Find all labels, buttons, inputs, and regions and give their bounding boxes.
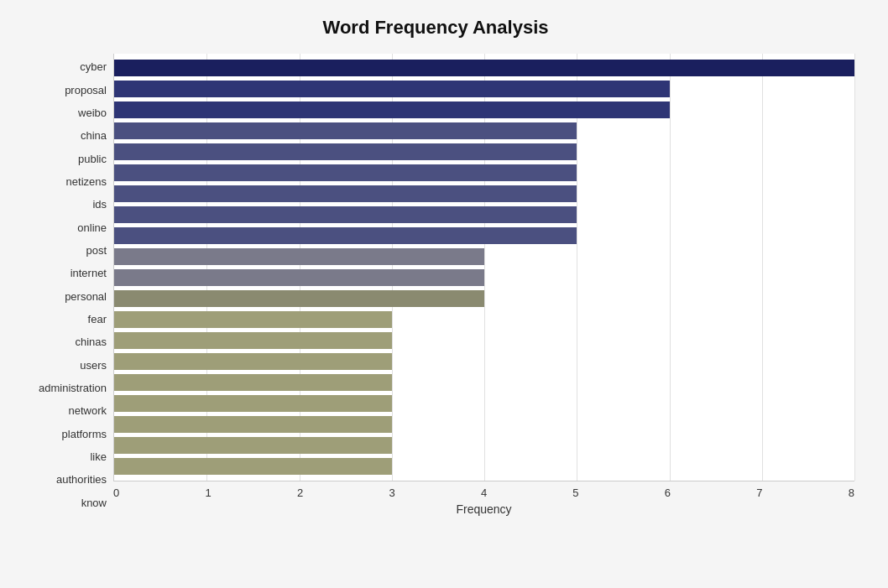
chart-container: Word Frequency Analysis cyberproposalwei… [0, 0, 888, 588]
bar-row [114, 206, 854, 224]
bar-row [114, 373, 854, 392]
bar [114, 458, 392, 475]
y-label: ids [17, 199, 107, 210]
bar [114, 227, 577, 244]
bar-row [114, 331, 854, 350]
x-tick: 1 [205, 487, 211, 499]
bar [114, 374, 392, 391]
y-label: platforms [17, 429, 107, 440]
x-tick: 0 [113, 487, 119, 499]
bar [114, 101, 670, 118]
y-label: post [17, 245, 107, 256]
bar [114, 332, 392, 349]
bars-wrapper [113, 54, 854, 481]
bar-row [114, 268, 854, 287]
bar [114, 185, 577, 202]
bars-section: 012345678 Frequency [113, 54, 854, 516]
bar [114, 81, 670, 97]
bar [114, 248, 484, 265]
y-label: authorities [17, 474, 107, 485]
chart-title: Word Frequency Analysis [17, 17, 854, 39]
y-label: administration [17, 382, 107, 393]
bar-row [114, 185, 854, 203]
y-axis: cyberproposalweibochinapublicnetizensids… [17, 54, 113, 516]
bar-row [114, 164, 854, 182]
bar [114, 164, 577, 181]
y-label: network [17, 405, 107, 416]
bar-row [114, 247, 854, 266]
y-label: netizens [17, 176, 107, 187]
y-label: proposal [17, 85, 107, 96]
y-label: users [17, 360, 107, 371]
y-label: like [17, 451, 107, 462]
bar-row [114, 101, 854, 119]
bar-row [114, 436, 854, 455]
y-label: personal [17, 291, 107, 302]
bar [114, 143, 577, 160]
bar [114, 122, 577, 139]
bar [114, 416, 392, 433]
y-label: weibo [17, 107, 107, 118]
y-label: chinas [17, 336, 107, 347]
bar [114, 437, 392, 454]
x-tick: 5 [572, 487, 578, 499]
bar-row [114, 352, 854, 371]
bar [114, 311, 392, 328]
y-label: china [17, 130, 107, 141]
bar-row [114, 289, 854, 308]
bar [114, 60, 854, 76]
bar-row [114, 457, 854, 476]
bar-row [114, 226, 854, 245]
y-label: know [17, 497, 107, 508]
x-tick: 3 [389, 487, 394, 499]
bar-row [114, 394, 854, 413]
y-label: internet [17, 268, 107, 278]
y-label: cyber [17, 61, 107, 72]
x-tick: 8 [849, 487, 854, 499]
bar-row [114, 59, 854, 77]
chart-area: cyberproposalweibochinapublicnetizensids… [17, 54, 854, 516]
x-tick: 4 [481, 487, 487, 499]
y-label: public [17, 154, 107, 164]
bar-row [114, 310, 854, 329]
x-axis: 012345678 [113, 481, 854, 499]
grid-line [854, 54, 855, 481]
y-label: fear [17, 314, 107, 325]
bar-row [114, 122, 854, 140]
bar [114, 206, 577, 223]
x-axis-label: Frequency [113, 502, 854, 516]
x-tick: 2 [297, 487, 303, 499]
bar [114, 395, 392, 412]
bar-row [114, 80, 854, 98]
x-tick: 7 [756, 487, 762, 499]
bar [114, 290, 484, 307]
bar [114, 353, 392, 370]
x-tick: 6 [665, 487, 671, 499]
bar-row [114, 143, 854, 161]
bar-row [114, 415, 854, 434]
y-label: online [17, 222, 107, 233]
bar [114, 269, 484, 286]
